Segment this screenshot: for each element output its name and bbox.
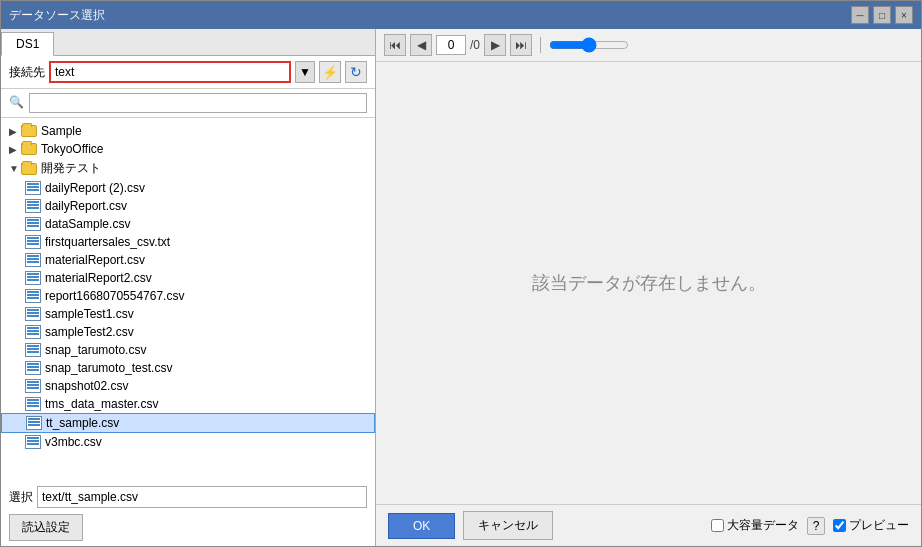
folder-icon xyxy=(21,143,37,155)
list-item[interactable]: ▶ TokyoOffice xyxy=(1,140,375,158)
csv-file-icon xyxy=(25,307,41,321)
item-label: snap_tarumoto.csv xyxy=(45,343,146,357)
csv-file-icon xyxy=(25,181,41,195)
item-label: tms_data_master.csv xyxy=(45,397,158,411)
nav-prev-button[interactable]: ◀ xyxy=(410,34,432,56)
nav-page-input[interactable] xyxy=(436,35,466,55)
title-controls: ─ □ × xyxy=(851,6,913,24)
list-item[interactable]: sampleTest1.csv xyxy=(1,305,375,323)
maximize-button[interactable]: □ xyxy=(873,6,891,24)
action-footer: OK キャンセル 大容量データ ? プレビュー xyxy=(376,504,921,546)
cancel-button[interactable]: キャンセル xyxy=(463,511,553,540)
csv-file-icon xyxy=(26,416,42,430)
connection-dropdown[interactable]: ▼ xyxy=(295,61,315,83)
list-item[interactable]: tt_sample.csv xyxy=(1,413,375,433)
item-label: snap_tarumoto_test.csv xyxy=(45,361,172,375)
item-label: TokyoOffice xyxy=(41,142,103,156)
search-input[interactable] xyxy=(29,93,367,113)
main-window: データソース選択 ─ □ × DS1 接続先 ▼ ⚡ xyxy=(0,0,922,547)
file-tree: ▶ Sample ▶ TokyoOffice ▼ 開発テスト xyxy=(1,118,375,481)
title-bar: データソース選択 ─ □ × xyxy=(1,1,921,29)
right-panel: ⏮ ◀ /0 ▶ ⏭ 該当データが存在しません。 OK キャンセル xyxy=(376,29,921,546)
connect-button[interactable]: ⚡ xyxy=(319,61,341,83)
toolbar-separator xyxy=(540,37,541,53)
selection-value-input[interactable] xyxy=(37,486,367,508)
csv-file-icon xyxy=(25,289,41,303)
csv-file-icon xyxy=(25,397,41,411)
list-item[interactable]: dailyReport.csv xyxy=(1,197,375,215)
connection-input[interactable] xyxy=(49,61,291,83)
item-label: 開発テスト xyxy=(41,160,101,177)
item-label: sampleTest1.csv xyxy=(45,307,134,321)
expand-arrow-icon: ▶ xyxy=(9,144,21,155)
connection-label: 接続先 xyxy=(9,64,45,81)
selection-label: 選択 xyxy=(9,489,33,506)
list-item[interactable]: sampleTest2.csv xyxy=(1,323,375,341)
preview-checkbox-row: プレビュー xyxy=(833,517,909,534)
csv-file-icon xyxy=(25,361,41,375)
large-data-label: 大容量データ xyxy=(727,517,799,534)
left-panel: DS1 接続先 ▼ ⚡ ↻ 🔍 xyxy=(1,29,376,546)
item-label: dataSample.csv xyxy=(45,217,130,231)
nav-last-button[interactable]: ⏭ xyxy=(510,34,532,56)
no-data-message: 該当データが存在しません。 xyxy=(532,271,766,295)
preview-label: プレビュー xyxy=(849,517,909,534)
nav-total: /0 xyxy=(470,38,480,52)
main-content: DS1 接続先 ▼ ⚡ ↻ 🔍 xyxy=(1,29,921,546)
search-row: 🔍 xyxy=(1,89,375,118)
list-item[interactable]: materialReport.csv xyxy=(1,251,375,269)
expand-arrow-icon: ▶ xyxy=(9,126,21,137)
tab-ds1[interactable]: DS1 xyxy=(1,32,54,56)
help-button[interactable]: ? xyxy=(807,517,825,535)
item-label: report1668070554767.csv xyxy=(45,289,184,303)
list-item[interactable]: snap_tarumoto.csv xyxy=(1,341,375,359)
list-item[interactable]: ▶ Sample xyxy=(1,122,375,140)
connect-icon: ⚡ xyxy=(322,65,338,80)
connection-row: 接続先 ▼ ⚡ ↻ xyxy=(1,56,375,89)
list-item[interactable]: dailyReport (2).csv xyxy=(1,179,375,197)
item-label: materialReport.csv xyxy=(45,253,145,267)
list-item[interactable]: snap_tarumoto_test.csv xyxy=(1,359,375,377)
nav-first-button[interactable]: ⏮ xyxy=(384,34,406,56)
folder-icon xyxy=(21,163,37,175)
selection-row: 選択 xyxy=(9,486,367,508)
item-label: materialReport2.csv xyxy=(45,271,152,285)
list-item[interactable]: firstquartersales_csv.txt xyxy=(1,233,375,251)
item-label: tt_sample.csv xyxy=(46,416,119,430)
item-label: sampleTest2.csv xyxy=(45,325,134,339)
item-label: dailyReport.csv xyxy=(45,199,127,213)
minimize-button[interactable]: ─ xyxy=(851,6,869,24)
large-data-checkbox-row: 大容量データ xyxy=(711,517,799,534)
tab-bar: DS1 xyxy=(1,29,375,56)
csv-file-icon xyxy=(25,235,41,249)
csv-file-icon xyxy=(25,343,41,357)
item-label: snapshot02.csv xyxy=(45,379,128,393)
refresh-button[interactable]: ↻ xyxy=(345,61,367,83)
ok-button[interactable]: OK xyxy=(388,513,455,539)
nav-next-button[interactable]: ▶ xyxy=(484,34,506,56)
list-item[interactable]: report1668070554767.csv xyxy=(1,287,375,305)
list-item[interactable]: tms_data_master.csv xyxy=(1,395,375,413)
close-button[interactable]: × xyxy=(895,6,913,24)
window-title: データソース選択 xyxy=(9,7,105,24)
list-item[interactable]: v3mbc.csv xyxy=(1,433,375,451)
item-label: Sample xyxy=(41,124,82,138)
csv-file-icon xyxy=(25,325,41,339)
zoom-slider[interactable] xyxy=(549,37,629,53)
item-label: dailyReport (2).csv xyxy=(45,181,145,195)
csv-file-icon xyxy=(25,199,41,213)
dropdown-arrow-icon: ▼ xyxy=(299,65,311,79)
large-data-checkbox[interactable] xyxy=(711,519,724,532)
read-settings-button[interactable]: 読込設定 xyxy=(9,514,83,541)
expand-arrow-icon: ▼ xyxy=(9,163,21,174)
csv-file-icon xyxy=(25,271,41,285)
list-item[interactable]: dataSample.csv xyxy=(1,215,375,233)
csv-file-icon xyxy=(25,435,41,449)
list-item[interactable]: materialReport2.csv xyxy=(1,269,375,287)
item-label: firstquartersales_csv.txt xyxy=(45,235,170,249)
left-footer: 選択 読込設定 xyxy=(1,481,375,546)
list-item[interactable]: ▼ 開発テスト xyxy=(1,158,375,179)
list-item[interactable]: snapshot02.csv xyxy=(1,377,375,395)
toolbar: ⏮ ◀ /0 ▶ ⏭ xyxy=(376,29,921,62)
preview-checkbox[interactable] xyxy=(833,519,846,532)
